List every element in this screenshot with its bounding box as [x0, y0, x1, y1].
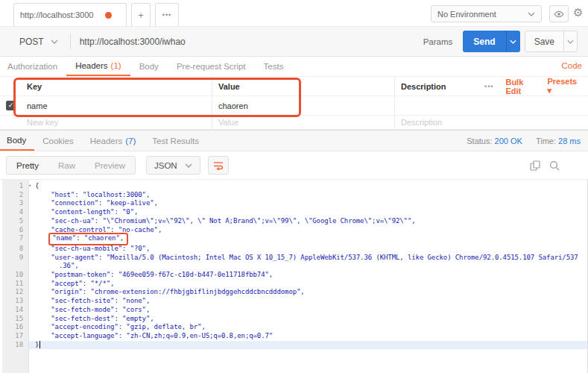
response-stats: Status: 200 OK Time: 28 ms: [467, 131, 581, 151]
code-line: 18}: [0, 341, 587, 350]
environment-label: No Environment: [437, 10, 496, 19]
save-options-button[interactable]: [563, 31, 577, 51]
tab-headers[interactable]: Headers (1): [66, 57, 130, 76]
line-text: "user-agent": "Mozilla/5.0 (Macintosh; I…: [29, 254, 587, 271]
chevron-down-icon: [185, 163, 192, 168]
response-body-editor[interactable]: 1▾{2 "host": "localhost:3000",3 "connect…: [0, 179, 588, 373]
line-text: "sec-fetch-dest": "empty",: [29, 315, 587, 324]
request-bar: POST http://localhost:3000/iwhao Params …: [0, 27, 588, 57]
time-value: 28 ms: [558, 137, 581, 145]
copy-icon[interactable]: [530, 160, 540, 171]
code-line: 7 "name": "chaoren",: [0, 234, 587, 245]
unsaved-dot-icon: [105, 12, 112, 19]
method-label: POST: [19, 37, 44, 47]
header-check-col: [0, 77, 21, 95]
environment-select[interactable]: No Environment: [431, 5, 542, 22]
chevron-down-icon: [510, 40, 516, 44]
eye-icon: [554, 10, 564, 18]
headers-editor: Key Value Description ••• Bulk Edit Pres…: [0, 77, 588, 130]
description-cell[interactable]: [395, 96, 484, 115]
response-toolbar: Pretty Raw Preview JSON: [0, 151, 588, 179]
value-cell[interactable]: chaoren: [212, 96, 395, 115]
tab-authorization[interactable]: Authorization: [0, 57, 66, 76]
new-description-input[interactable]: Description: [395, 116, 484, 129]
headers-table-header: Key Value Description ••• Bulk Edit Pres…: [0, 77, 588, 96]
settings-gear-icon[interactable]: ⚙: [573, 6, 583, 19]
code-line: 17 "accept-language": "zh-CN,zh;q=0.9,en…: [0, 332, 587, 341]
row-checkbox[interactable]: ✓: [6, 101, 16, 110]
view-switcher: Pretty Raw Preview: [6, 156, 136, 175]
response-tab-headers[interactable]: Headers (7): [82, 131, 145, 151]
send-button-group: Send: [463, 31, 519, 52]
line-text: "sec-ch-ua-mobile": "?0",: [29, 245, 587, 254]
line-number: 10: [0, 271, 29, 280]
presets-dropdown[interactable]: Presets ▾: [547, 77, 578, 95]
save-button[interactable]: Save: [525, 31, 563, 51]
more-options-icon[interactable]: •••: [484, 83, 493, 90]
code-line: 16 "accept-encoding": "gzip, deflate, br…: [0, 323, 587, 332]
line-text: }: [29, 341, 587, 350]
new-key-input[interactable]: New key: [21, 116, 212, 129]
line-number: 1▾: [0, 182, 29, 191]
line-number: 11: [0, 280, 29, 289]
line-text: {: [29, 182, 587, 191]
row-check-col: ✓: [0, 96, 21, 115]
line-number: 3: [0, 199, 29, 208]
request-tabs: Authorization Headers (1) Body Pre-reque…: [0, 57, 588, 77]
chevron-down-icon: [51, 40, 58, 44]
text-cursor: [39, 341, 40, 348]
new-header-row: New key Value Description: [0, 116, 588, 130]
send-options-button[interactable]: [506, 31, 520, 52]
response-tab-headers-count: (7): [125, 137, 136, 145]
key-cell[interactable]: name: [21, 96, 212, 115]
request-tab[interactable]: http://localhost:3000: [13, 3, 127, 26]
line-number: 9: [0, 254, 29, 271]
params-button[interactable]: Params: [413, 37, 464, 46]
column-value: Value: [212, 77, 395, 95]
ghost-check-col: [0, 116, 21, 129]
line-number: 15: [0, 315, 29, 324]
line-text: "sec-fetch-site": "none",: [29, 297, 587, 306]
response-tab-body[interactable]: Body: [0, 131, 34, 151]
code-line: 14 "sec-fetch-mode": "cors",: [0, 306, 587, 315]
tab-options-button[interactable]: •••: [155, 3, 179, 26]
column-key: Key: [21, 77, 212, 95]
tab-body[interactable]: Body: [130, 57, 168, 76]
environment-preview-button[interactable]: [549, 5, 569, 22]
view-raw[interactable]: Raw: [48, 157, 85, 174]
bulk-edit-link[interactable]: Bulk Edit: [505, 78, 535, 95]
line-text: "name": "chaoren",: [29, 234, 587, 245]
line-number: 5: [0, 217, 29, 226]
code-link[interactable]: Code: [562, 61, 583, 70]
header-row: ✓ name chaoren: [0, 96, 588, 116]
wrap-text-button[interactable]: [208, 156, 229, 175]
send-button[interactable]: Send: [463, 31, 505, 52]
line-number: 18: [0, 341, 29, 350]
search-icon[interactable]: [549, 160, 560, 171]
chevron-down-icon: [528, 12, 535, 16]
format-select[interactable]: JSON: [146, 156, 200, 175]
line-text: "sec-fetch-mode": "cors",: [29, 306, 587, 315]
topbar: http://localhost:3000 + ••• No Environme…: [0, 0, 588, 27]
url-input[interactable]: http://localhost:3000/iwhao: [71, 27, 413, 56]
line-text: "host": "localhost:3000",: [29, 191, 587, 200]
new-tab-button[interactable]: +: [131, 3, 151, 26]
new-value-input[interactable]: Value: [212, 116, 395, 129]
code-line: 8 "sec-ch-ua-mobile": "?0",: [0, 245, 587, 254]
line-text: "accept": "*/*",: [29, 280, 587, 289]
response-tab-test-results[interactable]: Test Results: [144, 131, 207, 151]
method-select[interactable]: POST: [0, 27, 70, 56]
code-line: 15 "sec-fetch-dest": "empty",: [0, 315, 587, 324]
tab-pre-request-script[interactable]: Pre-request Script: [168, 57, 255, 76]
line-number: 17: [0, 332, 29, 341]
code-line: 3 "connection": "keep-alive",: [0, 199, 587, 208]
response-tab-cookies[interactable]: Cookies: [34, 131, 82, 151]
tab-tests[interactable]: Tests: [255, 57, 293, 76]
view-preview[interactable]: Preview: [85, 157, 135, 174]
line-text: "postman-token": "469ee059-f67c-c10d-b44…: [29, 271, 587, 280]
view-pretty[interactable]: Pretty: [7, 157, 48, 174]
response-meta-bar: Body Cookies Headers (7) Test Results St…: [0, 130, 588, 151]
format-label: JSON: [154, 161, 177, 170]
tab-headers-label: Headers: [75, 61, 107, 70]
fold-arrow-icon[interactable]: ▾: [28, 182, 31, 191]
